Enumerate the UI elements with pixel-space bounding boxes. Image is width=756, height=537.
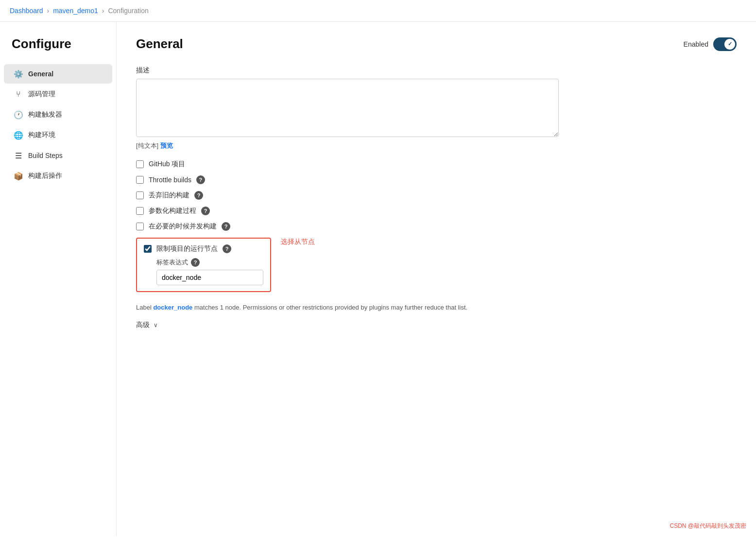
github-label: GitHub 项目 [149,160,185,169]
content-area: General Enabled 描述 [纯文本] 预览 GitHub 项目 Th… [117,22,756,536]
page-title: General [136,36,183,52]
preview-link[interactable]: 预览 [160,142,173,149]
sidebar-item-buildsteps-label: Build Steps [28,152,63,159]
node-info: Label docker_node matches 1 node. Permis… [136,304,559,311]
enabled-toggle[interactable] [713,37,737,51]
checkbox-concurrent: 在必要的时候并发构建 ? [136,222,737,231]
restrict-checkbox[interactable] [144,245,152,253]
sub-label: 标签表达式 ? [156,258,263,267]
advanced-label: 高级 [136,321,150,329]
footer-text: CSDN @敲代码敲到头发茂密 [670,522,746,530]
sidebar-item-general[interactable]: ⚙️ General [4,64,112,84]
restrict-highlight-row: 限制项目的运行节点 ? 标签表达式 ? 选择从节点 [136,238,737,299]
checkbox-throttle: Throttle builds ? [136,175,737,184]
concurrent-checkbox[interactable] [136,223,144,230]
parameterize-label: 参数化构建过程 [149,207,196,215]
restrict-label: 限制项目的运行节点 [156,244,218,253]
advanced-row[interactable]: 高级 ∨ [136,321,737,329]
text-hint: [纯文本] 预览 [136,141,737,150]
restrict-help-icon[interactable]: ? [223,244,231,253]
sidebar-title: Configure [0,32,116,63]
checkbox-discard: 丢弃旧的构建 ? [136,191,737,200]
sidebar-item-source-label: 源码管理 [28,90,55,99]
throttle-label: Throttle builds [149,176,191,184]
restrict-checkbox-row: 限制项目的运行节点 ? [144,244,263,253]
fork-icon: ⑂ [14,89,23,99]
throttle-checkbox[interactable] [136,176,144,184]
sidebar-item-postbuild[interactable]: 📦 构建后操作 [4,166,112,186]
node-info-bold: docker_node [153,304,192,311]
parameterize-checkbox[interactable] [136,207,144,215]
concurrent-label: 在必要的时候并发构建 [149,222,217,231]
sidebar-item-triggers[interactable]: 🕐 构建触发器 [4,105,112,124]
discard-help-icon[interactable]: ? [194,191,203,200]
restrict-section: 限制项目的运行节点 ? 标签表达式 ? [136,238,271,292]
throttle-help-icon[interactable]: ? [196,175,205,184]
toggle-knob [724,39,735,50]
sidebar: Configure ⚙️ General ⑂ 源码管理 🕐 构建触发器 🌐 构建… [0,22,117,536]
github-checkbox[interactable] [136,160,144,168]
node-info-prefix: Label [136,304,153,311]
breadcrumb-project[interactable]: maven_demo1 [53,7,98,15]
checkbox-github: GitHub 项目 [136,160,737,169]
description-textarea[interactable] [136,79,559,137]
discard-label: 丢弃旧的构建 [149,191,189,200]
gear-icon: ⚙️ [14,69,23,79]
sidebar-item-env[interactable]: 🌐 构建环境 [4,125,112,145]
description-label: 描述 [136,66,737,75]
node-label-input[interactable] [156,270,263,285]
list-icon: ☰ [14,151,23,160]
text-plain: [纯文本] [136,142,158,149]
checkbox-parameterize: 参数化构建过程 ? [136,207,737,215]
sidebar-item-triggers-label: 构建触发器 [28,110,62,119]
box-icon: 📦 [14,171,23,181]
globe-icon: 🌐 [14,130,23,140]
sub-field: 标签表达式 ? [156,258,263,285]
sidebar-item-postbuild-label: 构建后操作 [28,172,62,180]
sidebar-item-env-label: 构建环境 [28,131,55,139]
breadcrumb-current: Configuration [108,7,148,15]
sidebar-item-buildsteps[interactable]: ☰ Build Steps [4,146,112,165]
content-header: General Enabled [136,36,737,52]
chevron-down-icon: ∨ [154,322,158,329]
sidebar-item-source[interactable]: ⑂ 源码管理 [4,85,112,104]
discard-checkbox[interactable] [136,191,144,199]
clock-icon: 🕐 [14,110,23,120]
red-hint: 选择从节点 [281,238,315,246]
enabled-toggle-section: Enabled [684,37,737,51]
sub-help-icon[interactable]: ? [191,258,200,267]
breadcrumb-dashboard[interactable]: Dashboard [10,7,43,15]
parameterize-help-icon[interactable]: ? [201,207,210,215]
sidebar-item-general-label: General [28,70,53,78]
enabled-label: Enabled [684,40,708,48]
concurrent-help-icon[interactable]: ? [222,222,230,231]
node-info-suffix: matches 1 node. Permissions or other res… [192,304,467,311]
breadcrumb: Dashboard › maven_demo1 › Configuration [0,0,756,22]
